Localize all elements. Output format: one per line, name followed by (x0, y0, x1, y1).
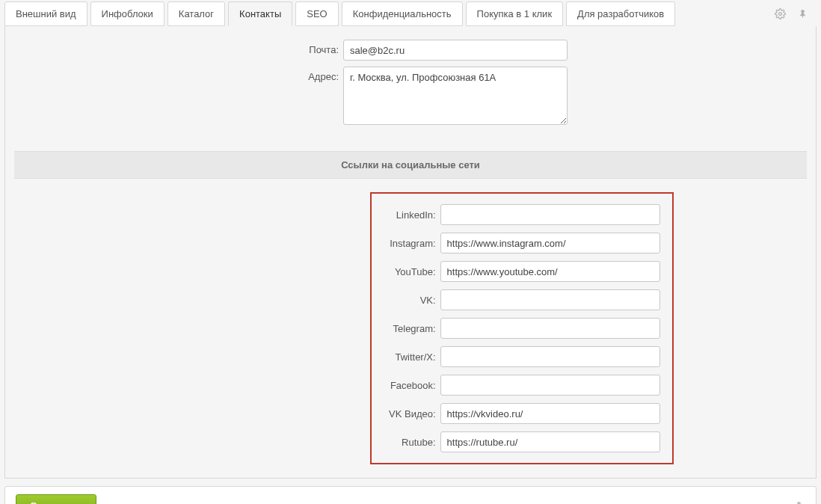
row-vk: VK: (384, 289, 660, 310)
row-address: Адрес: (14, 67, 807, 127)
tab-developers[interactable]: Для разработчиков (566, 1, 675, 26)
row-telegram: Telegram: (384, 318, 660, 339)
tab-infoblocks[interactable]: Инфоблоки (90, 1, 164, 26)
row-instagram: Instagram: (384, 233, 660, 253)
row-youtube: YouTube: (384, 261, 660, 282)
input-instagram[interactable] (440, 233, 660, 253)
textarea-address[interactable] (343, 67, 568, 125)
save-button[interactable]: Сохранить (16, 494, 96, 504)
social-links-group: LinkedIn: Instagram: YouTube: VK: Telegr… (370, 192, 674, 464)
input-linkedin[interactable] (440, 204, 660, 225)
label-facebook: Facebook: (384, 380, 440, 391)
label-vkvideo: VK Видео: (384, 408, 440, 420)
footer-pin-icon[interactable] (792, 500, 805, 505)
tab-appearance[interactable]: Внешний вид (4, 1, 87, 26)
label-email: Почта: (14, 40, 343, 55)
input-vk[interactable] (440, 289, 660, 310)
input-rutube[interactable] (440, 431, 660, 452)
tab-contacts[interactable]: Контакты (228, 1, 292, 26)
tabs-bar: Внешний вид Инфоблоки Каталог Контакты S… (0, 0, 821, 26)
input-telegram[interactable] (440, 318, 660, 339)
label-youtube: YouTube: (384, 266, 440, 277)
section-social-header: Ссылки на социальные сети (14, 151, 807, 179)
label-telegram: Telegram: (384, 323, 440, 334)
label-vk: VK: (384, 295, 440, 306)
footer-bar: Сохранить (4, 486, 817, 504)
settings-page: Внешний вид Инфоблоки Каталог Контакты S… (0, 0, 821, 504)
tab-privacy[interactable]: Конфиденциальность (342, 1, 463, 26)
tab-panel-contacts: Почта: Адрес: Ссылки на социальные сети … (4, 26, 817, 479)
tab-catalog[interactable]: Каталог (167, 1, 225, 26)
input-email[interactable] (343, 40, 568, 61)
input-twitterx[interactable] (440, 346, 660, 367)
input-facebook[interactable] (440, 375, 660, 396)
label-linkedin: LinkedIn: (384, 209, 440, 221)
row-linkedin: LinkedIn: (384, 204, 660, 225)
gear-icon[interactable] (773, 7, 787, 21)
tabs-tools (773, 1, 817, 26)
label-twitterx: Twitter/X: (384, 351, 440, 363)
tab-oneclick[interactable]: Покупка в 1 клик (466, 1, 564, 26)
tab-seo[interactable]: SEO (295, 1, 338, 26)
row-vkvideo: VK Видео: (384, 403, 660, 424)
pin-icon[interactable] (796, 7, 809, 21)
contact-form: Почта: Адрес: (14, 40, 807, 147)
label-address: Адрес: (14, 67, 343, 82)
row-twitterx: Twitter/X: (384, 346, 660, 367)
input-youtube[interactable] (440, 261, 660, 282)
svg-point-0 (778, 13, 781, 16)
input-vkvideo[interactable] (440, 403, 660, 424)
row-rutube: Rutube: (384, 431, 660, 452)
row-email: Почта: (14, 40, 807, 61)
label-instagram: Instagram: (384, 238, 440, 249)
label-rutube: Rutube: (384, 437, 440, 448)
row-facebook: Facebook: (384, 375, 660, 396)
